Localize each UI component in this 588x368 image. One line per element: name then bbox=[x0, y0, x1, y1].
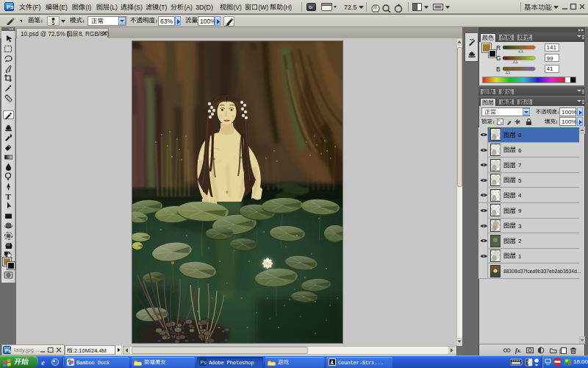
svg-text:G: G bbox=[496, 54, 501, 62]
svg-text:e: e bbox=[41, 358, 45, 367]
svg-text:B: B bbox=[496, 66, 501, 73]
svg-text:fx.: fx. bbox=[515, 347, 522, 354]
svg-text:?: ? bbox=[526, 359, 530, 366]
svg-text:Ps: Ps bbox=[201, 360, 207, 365]
svg-text:5: 5 bbox=[52, 21, 55, 26]
svg-text:R: R bbox=[496, 44, 501, 52]
svg-text:T: T bbox=[6, 192, 12, 201]
svg-text::2.10M/24.4M: :2.10M/24.4M bbox=[73, 347, 107, 354]
svg-text:10.psd @ 72.5% (: 10.psd @ 72.5% ( bbox=[21, 31, 69, 38]
